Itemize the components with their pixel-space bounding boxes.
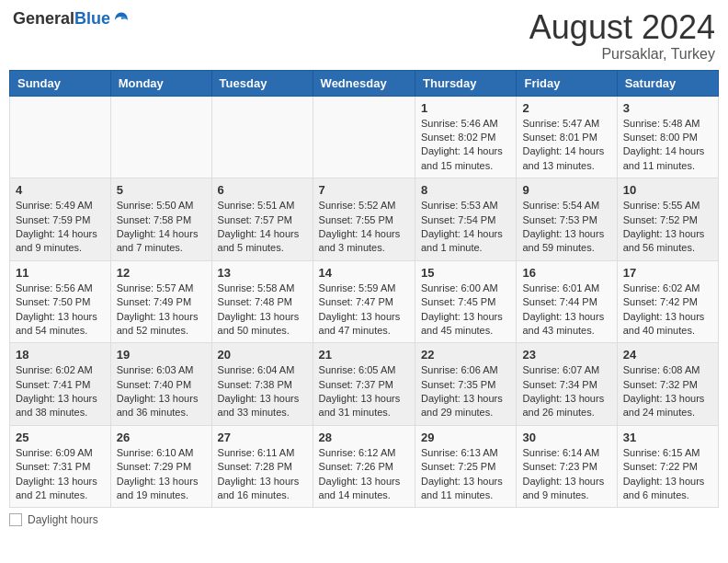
day-number: 31 (623, 431, 712, 444)
calendar-cell: 27Sunrise: 6:11 AM Sunset: 7:28 PM Dayli… (211, 425, 313, 508)
day-number: 24 (623, 348, 712, 362)
calendar-cell: 25Sunrise: 6:09 AM Sunset: 7:31 PM Dayli… (10, 425, 111, 508)
day-number: 5 (117, 183, 206, 197)
calendar-cell: 18Sunrise: 6:02 AM Sunset: 7:41 PM Dayli… (10, 343, 111, 426)
calendar-cell: 17Sunrise: 6:02 AM Sunset: 7:42 PM Dayli… (617, 260, 718, 343)
day-info: Sunrise: 6:10 AM Sunset: 7:29 PM Dayligh… (117, 446, 206, 503)
calendar-cell: 29Sunrise: 6:13 AM Sunset: 7:25 PM Dayli… (415, 425, 517, 508)
day-number: 8 (421, 183, 510, 197)
logo: GeneralBlue (13, 9, 131, 29)
day-info: Sunrise: 5:51 AM Sunset: 7:57 PM Dayligh… (218, 199, 307, 256)
day-number: 1 (421, 101, 510, 115)
daylight-box-icon (9, 513, 22, 526)
day-info: Sunrise: 6:07 AM Sunset: 7:34 PM Dayligh… (522, 363, 610, 420)
day-info: Sunrise: 6:03 AM Sunset: 7:40 PM Dayligh… (117, 363, 206, 420)
day-number: 9 (522, 183, 610, 197)
day-number: 16 (522, 266, 610, 280)
calendar-cell: 5Sunrise: 5:50 AM Sunset: 7:58 PM Daylig… (110, 178, 211, 261)
day-info: Sunrise: 6:11 AM Sunset: 7:28 PM Dayligh… (218, 446, 307, 503)
page-title: August 2024 (529, 9, 715, 46)
calendar-cell: 31Sunrise: 6:15 AM Sunset: 7:22 PM Dayli… (617, 425, 718, 508)
day-number: 13 (218, 266, 307, 280)
day-info: Sunrise: 5:59 AM Sunset: 7:47 PM Dayligh… (319, 282, 409, 339)
header-friday: Friday (517, 70, 617, 96)
calendar-cell: 26Sunrise: 6:10 AM Sunset: 7:29 PM Dayli… (110, 425, 211, 508)
day-info: Sunrise: 5:56 AM Sunset: 7:50 PM Dayligh… (16, 282, 105, 339)
title-area: August 2024 Pursaklar, Turkey (529, 9, 715, 63)
day-info: Sunrise: 5:53 AM Sunset: 7:54 PM Dayligh… (421, 199, 510, 256)
day-number: 19 (117, 348, 206, 362)
calendar-cell: 24Sunrise: 6:08 AM Sunset: 7:32 PM Dayli… (617, 343, 718, 426)
day-info: Sunrise: 6:05 AM Sunset: 7:37 PM Dayligh… (319, 363, 409, 420)
calendar-cell: 6Sunrise: 5:51 AM Sunset: 7:57 PM Daylig… (211, 178, 313, 261)
header-wednesday: Wednesday (313, 70, 415, 96)
calendar-week-4: 18Sunrise: 6:02 AM Sunset: 7:41 PM Dayli… (10, 343, 719, 426)
calendar-week-1: 1Sunrise: 5:46 AM Sunset: 8:02 PM Daylig… (10, 96, 719, 178)
logo-bird-icon (112, 10, 131, 29)
day-number: 27 (218, 431, 307, 444)
header-saturday: Saturday (617, 70, 718, 96)
day-number: 14 (319, 266, 409, 280)
day-number: 17 (623, 266, 712, 280)
day-number: 30 (522, 431, 610, 444)
day-number: 6 (218, 183, 307, 197)
calendar-cell: 30Sunrise: 6:14 AM Sunset: 7:23 PM Dayli… (517, 425, 617, 508)
day-info: Sunrise: 6:09 AM Sunset: 7:31 PM Dayligh… (16, 446, 105, 503)
calendar-cell: 13Sunrise: 5:58 AM Sunset: 7:48 PM Dayli… (211, 260, 313, 343)
day-info: Sunrise: 6:08 AM Sunset: 7:32 PM Dayligh… (623, 363, 712, 420)
day-number: 22 (421, 348, 510, 362)
footer: Daylight hours (9, 513, 719, 526)
day-number: 11 (16, 266, 105, 280)
day-number: 4 (16, 183, 105, 197)
day-info: Sunrise: 5:54 AM Sunset: 7:53 PM Dayligh… (522, 199, 610, 256)
day-number: 7 (319, 183, 409, 197)
calendar-cell (313, 96, 415, 178)
calendar-cell: 12Sunrise: 5:57 AM Sunset: 7:49 PM Dayli… (110, 260, 211, 343)
day-number: 28 (319, 431, 409, 444)
header-tuesday: Tuesday (211, 70, 313, 96)
day-number: 2 (522, 101, 610, 115)
day-info: Sunrise: 6:12 AM Sunset: 7:26 PM Dayligh… (319, 446, 409, 503)
calendar-cell: 7Sunrise: 5:52 AM Sunset: 7:55 PM Daylig… (313, 178, 415, 261)
calendar-header: Sunday Monday Tuesday Wednesday Thursday… (10, 70, 719, 96)
calendar-cell: 4Sunrise: 5:49 AM Sunset: 7:59 PM Daylig… (10, 178, 111, 261)
day-number: 29 (421, 431, 510, 444)
day-number: 23 (522, 348, 610, 362)
day-number: 21 (319, 348, 409, 362)
day-info: Sunrise: 5:58 AM Sunset: 7:48 PM Dayligh… (218, 282, 307, 339)
calendar-cell: 20Sunrise: 6:04 AM Sunset: 7:38 PM Dayli… (211, 343, 313, 426)
calendar-cell: 16Sunrise: 6:01 AM Sunset: 7:44 PM Dayli… (517, 260, 617, 343)
day-number: 12 (117, 266, 206, 280)
calendar-cell: 11Sunrise: 5:56 AM Sunset: 7:50 PM Dayli… (10, 260, 111, 343)
day-info: Sunrise: 6:14 AM Sunset: 7:23 PM Dayligh… (522, 446, 610, 503)
day-info: Sunrise: 5:57 AM Sunset: 7:49 PM Dayligh… (117, 282, 206, 339)
day-number: 3 (623, 101, 712, 115)
day-info: Sunrise: 5:47 AM Sunset: 8:01 PM Dayligh… (522, 117, 610, 174)
calendar-week-3: 11Sunrise: 5:56 AM Sunset: 7:50 PM Dayli… (10, 260, 719, 343)
day-info: Sunrise: 5:49 AM Sunset: 7:59 PM Dayligh… (16, 199, 105, 256)
day-info: Sunrise: 5:46 AM Sunset: 8:02 PM Dayligh… (421, 117, 510, 174)
calendar-cell: 3Sunrise: 5:48 AM Sunset: 8:00 PM Daylig… (617, 96, 718, 178)
page-header: GeneralBlue August 2024 Pursaklar, Turke… (9, 9, 719, 63)
day-info: Sunrise: 5:48 AM Sunset: 8:00 PM Dayligh… (623, 117, 712, 174)
header-row: Sunday Monday Tuesday Wednesday Thursday… (10, 70, 719, 96)
day-info: Sunrise: 6:00 AM Sunset: 7:45 PM Dayligh… (421, 282, 510, 339)
day-number: 20 (218, 348, 307, 362)
calendar-cell (211, 96, 313, 178)
day-number: 15 (421, 266, 510, 280)
calendar-cell: 22Sunrise: 6:06 AM Sunset: 7:35 PM Dayli… (415, 343, 517, 426)
page-subtitle: Pursaklar, Turkey (529, 46, 715, 63)
day-info: Sunrise: 6:06 AM Sunset: 7:35 PM Dayligh… (421, 363, 510, 420)
calendar-cell: 8Sunrise: 5:53 AM Sunset: 7:54 PM Daylig… (415, 178, 517, 261)
day-info: Sunrise: 6:04 AM Sunset: 7:38 PM Dayligh… (218, 363, 307, 420)
calendar-table: Sunday Monday Tuesday Wednesday Thursday… (9, 70, 719, 509)
day-info: Sunrise: 5:52 AM Sunset: 7:55 PM Dayligh… (319, 199, 409, 256)
day-number: 18 (16, 348, 105, 362)
day-info: Sunrise: 6:15 AM Sunset: 7:22 PM Dayligh… (623, 446, 712, 503)
calendar-week-2: 4Sunrise: 5:49 AM Sunset: 7:59 PM Daylig… (10, 178, 719, 261)
day-number: 10 (623, 183, 712, 197)
calendar-cell (110, 96, 211, 178)
calendar-cell: 15Sunrise: 6:00 AM Sunset: 7:45 PM Dayli… (415, 260, 517, 343)
calendar-cell: 2Sunrise: 5:47 AM Sunset: 8:01 PM Daylig… (517, 96, 617, 178)
day-info: Sunrise: 6:13 AM Sunset: 7:25 PM Dayligh… (421, 446, 510, 503)
